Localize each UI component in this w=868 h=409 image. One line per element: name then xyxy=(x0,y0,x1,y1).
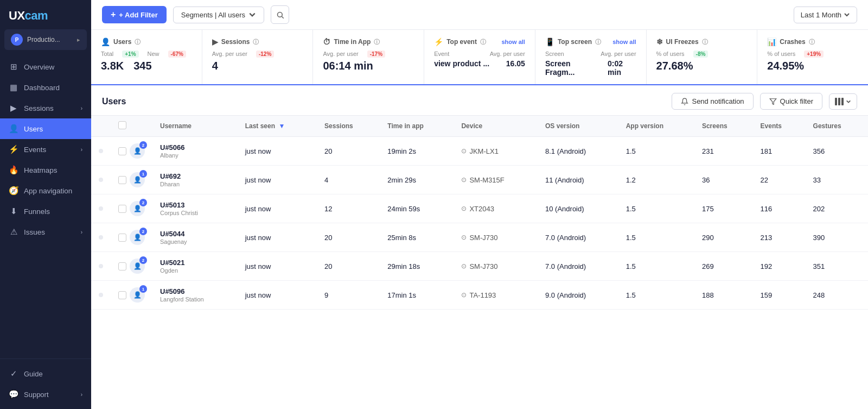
row-checkbox-cell[interactable]: 👤 2 xyxy=(111,194,152,223)
row-username[interactable]: U#5096 Langford Station xyxy=(152,281,238,310)
info-icon[interactable]: ⓘ xyxy=(595,38,601,46)
info-icon[interactable]: ⓘ xyxy=(809,38,815,46)
stat-values: 24.95% xyxy=(767,60,858,72)
row-app-version: 1.5 xyxy=(618,281,694,310)
user-id: U#5013 xyxy=(160,201,230,209)
stat-sub1-label: Screen xyxy=(545,51,564,57)
user-city: Ogden xyxy=(160,267,230,274)
row-gestures: 202 xyxy=(806,194,868,223)
sidebar-item-app-navigation[interactable]: 🧭 App navigation xyxy=(0,180,91,201)
columns-toggle-button[interactable] xyxy=(829,93,857,110)
table-row[interactable]: 👤 2 U#5044 Saguenay just now 20 25min 8s… xyxy=(91,223,868,252)
row-checkbox[interactable] xyxy=(118,262,126,270)
user-avatar: 👤 1 xyxy=(130,287,145,303)
row-checkbox-cell[interactable]: 👤 1 xyxy=(111,166,152,194)
search-button[interactable] xyxy=(271,5,289,24)
row-username[interactable]: U#692 Dharan xyxy=(152,166,238,194)
time_in_app-icon: ⏱ xyxy=(323,37,330,46)
send-notification-button[interactable]: Send notification xyxy=(672,93,753,110)
col-last-seen-header[interactable]: Last seen ▼ xyxy=(238,116,317,137)
row-time-in-app: 29min 18s xyxy=(380,252,454,281)
table-row[interactable]: 👤 2 U#5066 Albany just now 20 19min 2s ⊙… xyxy=(91,137,868,166)
show-all-link[interactable]: show all xyxy=(501,39,525,45)
user-avatar: 👤 2 xyxy=(130,230,145,245)
col-screens-header[interactable]: Screens xyxy=(694,116,753,137)
sidebar-item-label: Issues xyxy=(24,228,75,236)
env-switcher[interactable]: P Productio... ▸ xyxy=(4,29,87,50)
ui_freezes-icon: ❄ xyxy=(656,37,663,46)
row-checkbox[interactable] xyxy=(118,176,126,184)
row-dot xyxy=(91,137,111,166)
sidebar-item-heatmaps[interactable]: 🔥 Heatmaps xyxy=(0,160,91,180)
row-os-version: 10 (Android) xyxy=(538,194,618,223)
row-app-version: 1.5 xyxy=(618,194,694,223)
row-checkbox[interactable] xyxy=(118,205,126,213)
info-icon[interactable]: ⓘ xyxy=(253,38,259,46)
stat-value1: 06:14 min xyxy=(323,60,373,72)
info-icon[interactable]: ⓘ xyxy=(135,38,141,46)
row-checkbox-cell[interactable]: 👤 1 xyxy=(111,281,152,310)
device-name: TA-1193 xyxy=(469,291,496,299)
sidebar-item-dashboard[interactable]: ▦ Dashboard xyxy=(0,77,91,98)
row-username[interactable]: U#5021 Ogden xyxy=(152,252,238,281)
col-events-header[interactable]: Events xyxy=(753,116,806,137)
add-filter-button[interactable]: + + Add Filter xyxy=(102,6,167,23)
table-row[interactable]: 👤 2 U#5013 Corpus Christi just now 12 24… xyxy=(91,194,868,223)
expand-arrow-icon: › xyxy=(81,229,82,235)
date-range-selector[interactable]: Last 1 Month xyxy=(794,7,857,23)
sidebar-item-issues[interactable]: ⚠ Issues › xyxy=(0,222,91,242)
col-device-header[interactable]: Device xyxy=(454,116,538,137)
col-checkbox-header[interactable] xyxy=(111,116,152,137)
device-name: SM-J730 xyxy=(469,234,497,242)
stat-value1: 4 xyxy=(212,60,218,72)
col-os-version-header[interactable]: OS version xyxy=(538,116,618,137)
user-avatar: 👤 2 xyxy=(130,143,145,159)
sidebar-item-events[interactable]: ⚡ Events › xyxy=(0,139,91,160)
info-icon[interactable]: ⓘ xyxy=(702,38,708,46)
stat-sub: Avg. per user -12% xyxy=(212,51,303,58)
row-checkbox[interactable] xyxy=(118,234,126,242)
row-sessions: 9 xyxy=(317,281,380,310)
info-icon[interactable]: ⓘ xyxy=(480,38,486,46)
stat-values: 06:14 min xyxy=(323,60,414,72)
user-cell: U#5066 Albany xyxy=(160,143,230,159)
segments-dropdown[interactable]: Segments | All users xyxy=(173,7,264,23)
col-time-in-app-header[interactable]: Time in app xyxy=(380,116,454,137)
device-icon: ⊙ xyxy=(461,291,467,299)
row-checkbox[interactable] xyxy=(118,147,126,155)
stat-sub: Avg. per user -17% xyxy=(323,51,414,58)
table-row[interactable]: 👤 1 U#692 Dharan just now 4 2min 29s ⊙ S… xyxy=(91,166,868,194)
row-checkbox-cell[interactable]: 👤 2 xyxy=(111,137,152,166)
table-row[interactable]: 👤 1 U#5096 Langford Station just now 9 1… xyxy=(91,281,868,310)
sidebar-item-support[interactable]: 💬 Support › xyxy=(0,384,91,405)
row-username[interactable]: U#5066 Albany xyxy=(152,137,238,166)
row-username[interactable]: U#5044 Saguenay xyxy=(152,223,238,252)
quick-filter-button[interactable]: Quick filter xyxy=(760,93,822,110)
sidebar-item-funnels[interactable]: ⬇ Funnels xyxy=(0,201,91,222)
info-icon[interactable]: ⓘ xyxy=(374,38,380,46)
user-avatar: 👤 2 xyxy=(130,201,145,216)
sidebar-item-sessions[interactable]: ▶ Sessions › xyxy=(0,98,91,118)
row-app-version: 1.2 xyxy=(618,166,694,194)
stat-value1: Screen Fragm... xyxy=(545,59,598,77)
row-checkbox[interactable] xyxy=(118,291,126,299)
row-time-in-app: 17min 1s xyxy=(380,281,454,310)
col-dot-header xyxy=(91,116,111,137)
row-os-version: 7.0 (Android) xyxy=(538,252,618,281)
row-sessions: 20 xyxy=(317,137,380,166)
col-gestures-header[interactable]: Gestures xyxy=(806,116,868,137)
sidebar-item-overview[interactable]: ⊞ Overview xyxy=(0,56,91,77)
col-username-header[interactable]: Username xyxy=(152,116,238,137)
row-checkbox-cell[interactable]: 👤 2 xyxy=(111,252,152,281)
sidebar-item-label: Sessions xyxy=(24,104,75,112)
stat-title-label: Top event xyxy=(446,38,477,46)
device-cell: ⊙ SM-J730 xyxy=(461,262,530,270)
sidebar-item-guide[interactable]: ✓ Guide xyxy=(0,363,91,384)
row-username[interactable]: U#5013 Corpus Christi xyxy=(152,194,238,223)
table-row[interactable]: 👤 2 U#5021 Ogden just now 20 29min 18s ⊙… xyxy=(91,252,868,281)
show-all-link[interactable]: show all xyxy=(612,39,636,45)
col-sessions-header[interactable]: Sessions xyxy=(317,116,380,137)
sidebar-item-users[interactable]: 👤 Users xyxy=(0,118,91,139)
col-app-version-header[interactable]: App version xyxy=(618,116,694,137)
row-checkbox-cell[interactable]: 👤 2 xyxy=(111,223,152,252)
